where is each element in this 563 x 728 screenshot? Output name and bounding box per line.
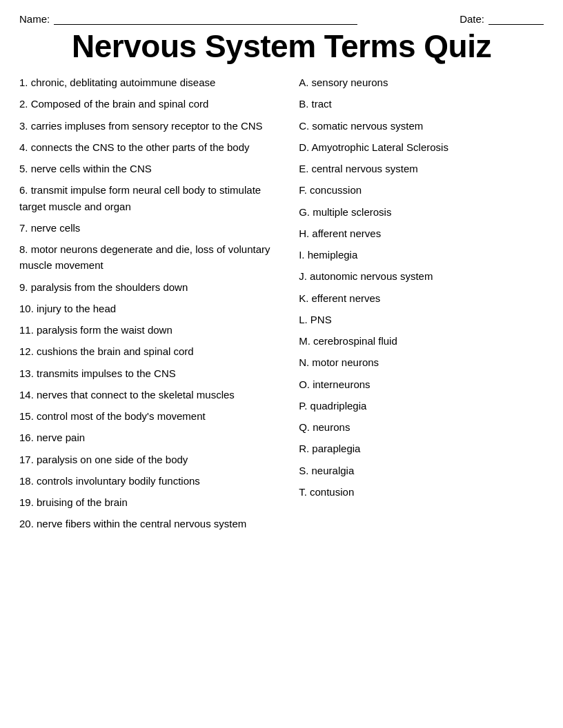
left-column: 1. chronic, deblitating autoimmune disea… xyxy=(19,74,292,538)
date-field xyxy=(488,12,544,25)
right-item-C: C. somatic nervous system xyxy=(299,118,544,134)
date-label: Date: xyxy=(460,13,484,25)
right-item-J: J. autonomic nervous system xyxy=(299,268,544,284)
name-field xyxy=(54,12,357,25)
left-item-4: 4. connects the CNS to the other parts o… xyxy=(19,139,285,155)
right-item-B: B. tract xyxy=(299,96,544,112)
right-item-K: K. efferent nerves xyxy=(299,290,544,306)
left-item-16: 16. nerve pain xyxy=(19,429,285,445)
page-title: Nervous System Terms Quiz xyxy=(19,28,544,65)
right-item-S: S. neuralgia xyxy=(299,463,544,478)
left-item-2: 2. Composed of the brain and spinal cord xyxy=(19,96,285,112)
right-item-D: D. Amyotrophic Lateral Sclerosis xyxy=(299,139,544,155)
left-item-5: 5. nerve cells within the CNS xyxy=(19,161,285,176)
right-item-E: E. central nervous system xyxy=(299,161,544,176)
left-item-6: 6. transmit impulse form neural cell bod… xyxy=(19,182,285,214)
left-item-9: 9. paralysis from the shoulders down xyxy=(19,279,285,295)
quiz-body: 1. chronic, deblitating autoimmune disea… xyxy=(19,74,544,538)
right-item-N: N. motor neurons xyxy=(299,354,544,370)
left-item-20: 20. nerve fibers within the central nerv… xyxy=(19,516,285,532)
right-item-I: I. hemiplegia xyxy=(299,247,544,263)
right-item-M: M. cerebrospinal fluid xyxy=(299,333,544,349)
right-item-A: A. sensory neurons xyxy=(299,74,544,90)
right-item-Q: Q. neurons xyxy=(299,419,544,435)
left-item-17: 17. paralysis on one side of the body xyxy=(19,452,285,467)
left-item-18: 18. controls involuntary bodily function… xyxy=(19,473,285,489)
left-item-11: 11. paralysis form the waist down xyxy=(19,322,285,338)
right-item-T: T. contusion xyxy=(299,484,544,500)
left-item-12: 12. cushions the brain and spinal cord xyxy=(19,343,285,359)
right-column: A. sensory neuronsB. tractC. somatic ner… xyxy=(292,74,544,538)
right-item-H: H. afferent nerves xyxy=(299,225,544,241)
left-item-7: 7. nerve cells xyxy=(19,220,285,236)
left-item-13: 13. transmits impulses to the CNS xyxy=(19,365,285,381)
name-label: Name: xyxy=(19,13,50,25)
left-item-10: 10. injury to the head xyxy=(19,301,285,316)
left-item-15: 15. control most of the body's movement xyxy=(19,408,285,424)
left-item-1: 1. chronic, deblitating autoimmune disea… xyxy=(19,74,285,90)
right-item-P: P. quadriplegia xyxy=(299,398,544,414)
right-item-O: O. interneurons xyxy=(299,376,544,392)
left-item-14: 14. nerves that connect to the skeletal … xyxy=(19,387,285,403)
left-item-8: 8. motor neurons degenerate and die, los… xyxy=(19,241,285,274)
right-item-L: L. PNS xyxy=(299,312,544,327)
left-item-3: 3. carries impluses from sensory recepto… xyxy=(19,118,285,134)
header: Name: Date: xyxy=(19,12,544,25)
right-item-G: G. multiple sclerosis xyxy=(299,204,544,220)
right-item-R: R. paraplegia xyxy=(299,441,544,456)
right-item-F: F. concussion xyxy=(299,182,544,198)
left-item-19: 19. bruising of the brain xyxy=(19,494,285,510)
